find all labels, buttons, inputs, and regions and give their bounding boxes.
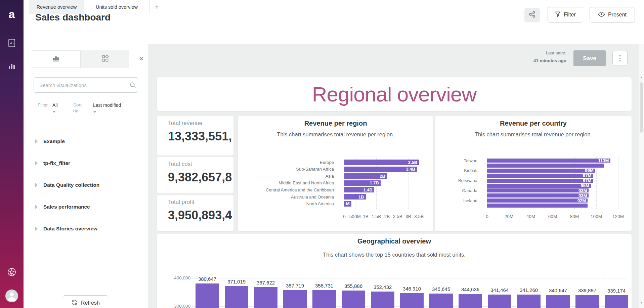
bar[interactable]: 97M <box>487 174 593 178</box>
save-button[interactable]: Save <box>573 50 606 66</box>
documents-icon[interactable] <box>0 37 24 49</box>
funnel-icon <box>555 11 561 18</box>
bar[interactable]: 97M <box>487 179 593 183</box>
scroll-down-icon[interactable]: ▼ <box>640 301 643 304</box>
bar-value-label: 339,174 <box>607 288 626 294</box>
x-axis-tick: 60M <box>543 214 563 219</box>
chart-title: Geographical overview <box>157 237 632 245</box>
more-options-button[interactable] <box>612 51 628 66</box>
group-item-tp-fix-filter[interactable]: tp-fix_filter <box>35 158 146 168</box>
x-axis-tick: 20M <box>499 214 519 219</box>
bar[interactable]: 1B <box>344 194 366 200</box>
kpi-value: 9,382,657,8 <box>168 170 233 184</box>
analyze-chart-icon[interactable] <box>0 60 24 72</box>
bar[interactable] <box>371 292 394 308</box>
bar[interactable]: 113M <box>487 159 610 163</box>
eye-icon <box>598 12 605 18</box>
dashboard-header-card[interactable]: Regional overview <box>157 77 632 111</box>
search-icon <box>130 82 136 90</box>
panel-tab-widgets[interactable] <box>81 50 129 68</box>
panel-tab-visualizations[interactable] <box>32 50 81 68</box>
bar[interactable] <box>488 295 511 308</box>
bar[interactable]: 1.4B <box>344 187 374 192</box>
bar-value-label: 346,910 <box>403 286 421 292</box>
bar[interactable] <box>254 287 277 308</box>
sort-by-dropdown[interactable]: Last modified <box>93 102 121 114</box>
bar[interactable]: M <box>344 201 351 207</box>
bar-value-label: 2B <box>380 174 385 179</box>
kpi-card-total-revenue[interactable]: Total revenue13,333,551, <box>157 116 233 156</box>
tab-revenue-overview[interactable]: Revenue overview <box>29 0 84 14</box>
app-rail: a <box>0 0 24 308</box>
kpi-title: Total revenue <box>168 120 202 127</box>
bar[interactable] <box>342 291 365 308</box>
bar[interactable] <box>517 295 541 308</box>
bar-value-label: 93M <box>578 193 587 197</box>
bar[interactable] <box>459 294 482 308</box>
revenue-per-region-chart[interactable]: Revenue per regionThis chart summarises … <box>238 116 433 231</box>
share-button[interactable] <box>524 8 540 22</box>
caret-right-icon <box>35 205 38 209</box>
bar-value-label: 357,719 <box>286 283 304 289</box>
bar[interactable] <box>312 290 336 308</box>
bar[interactable] <box>196 283 219 308</box>
app-logo[interactable]: a <box>0 7 24 21</box>
tab-units-sold-overview[interactable]: Units sold overview <box>84 0 149 14</box>
bar[interactable]: 93M <box>487 193 589 197</box>
x-axis-tick: 40M <box>521 214 541 219</box>
tab-label: Units sold overview <box>96 4 138 10</box>
category-label: Europe <box>243 160 334 165</box>
filter-button[interactable]: Filter <box>548 7 583 23</box>
kpi-value: 3,950,893,4 <box>168 208 233 222</box>
group-item-data-quality-collection[interactable]: Data Quality collection <box>35 180 146 190</box>
kpi-card-total-profit[interactable]: Total profit3,950,893,4 <box>157 195 233 231</box>
kpi-card-total-cost[interactable]: Total cost9,382,657,8 <box>157 157 233 193</box>
close-panel-icon[interactable]: ✕ <box>137 54 146 63</box>
bar[interactable] <box>429 294 453 308</box>
bar-value-label: 93M <box>578 188 587 192</box>
kpi-value: 13,333,551, <box>168 129 233 143</box>
scroll-up-icon[interactable]: ▲ <box>640 76 643 79</box>
x-axis-tick: 80M <box>564 214 585 219</box>
bar[interactable] <box>546 295 570 308</box>
tab-label: Revenue overview <box>37 4 77 10</box>
group-item-sales-performance[interactable]: Sales performance <box>35 202 146 212</box>
category-label: Iceland <box>387 198 477 203</box>
scrollbar-thumb[interactable] <box>640 82 643 133</box>
filter-by-dropdown[interactable]: All <box>52 102 58 114</box>
geographical-overview-chart[interactable]: Geographical overviewThis chart shows th… <box>157 234 632 308</box>
gridline-400k <box>192 278 627 278</box>
kpi-title: Total profit <box>168 199 194 206</box>
bar[interactable]: 1.7B <box>344 180 381 186</box>
bar-chart-icon <box>53 55 60 63</box>
group-item-example[interactable]: Example <box>35 136 146 146</box>
bar[interactable] <box>400 293 424 308</box>
bar[interactable] <box>225 286 248 308</box>
bar[interactable]: 92M <box>487 199 588 203</box>
bar-value-label: 340,647 <box>549 288 567 293</box>
revenue-per-country-chart[interactable]: Revenue per countryThis chart summarises… <box>435 116 632 231</box>
chevron-down-icon <box>52 111 56 113</box>
community-wheel-icon[interactable] <box>0 266 24 278</box>
refresh-button[interactable]: Refresh <box>63 295 108 308</box>
user-avatar[interactable] <box>0 289 24 303</box>
present-button[interactable]: Present <box>590 7 635 23</box>
search-input[interactable] <box>39 82 124 88</box>
filter-by-label: Filter: <box>38 102 48 114</box>
bar[interactable] <box>575 295 599 308</box>
bar[interactable] <box>283 290 307 308</box>
bar[interactable]: 95M <box>487 184 591 188</box>
filter-by-value: All <box>52 102 58 108</box>
bar[interactable]: 99M <box>487 169 595 173</box>
add-tab-button[interactable]: + <box>151 0 163 14</box>
bar-value-label: 367,622 <box>257 280 275 285</box>
sort-by-value: Last modified <box>93 102 121 108</box>
bar[interactable] <box>605 295 628 308</box>
kebab-icon <box>619 55 621 56</box>
bar[interactable] <box>487 164 604 168</box>
refresh-icon <box>71 299 78 307</box>
bar[interactable]: 2B <box>344 173 387 179</box>
group-item-data-stories-overview[interactable]: Data Stories overview <box>35 224 146 234</box>
bar[interactable] <box>487 204 588 208</box>
bar[interactable]: 93M <box>487 188 589 192</box>
